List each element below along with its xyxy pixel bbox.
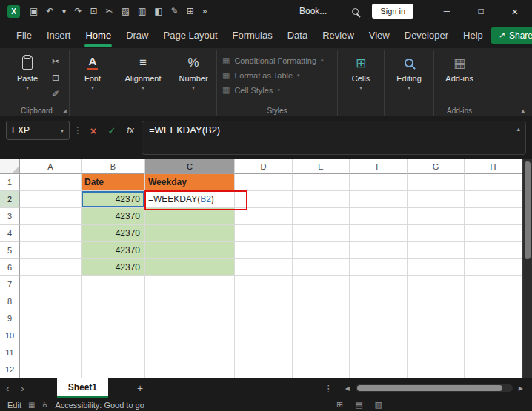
cell-g8[interactable] — [408, 293, 465, 310]
cell-g9[interactable] — [408, 310, 465, 327]
cell-g2[interactable] — [408, 191, 465, 208]
collapse-formula-bar-button[interactable]: ▴ — [516, 125, 520, 133]
cell-a1[interactable] — [20, 174, 82, 191]
cell-c3[interactable] — [145, 208, 235, 225]
copy-button[interactable]: ⊡ — [47, 71, 64, 84]
cell-b4[interactable]: 42370 — [82, 225, 145, 242]
cell-f2[interactable] — [350, 191, 408, 208]
cell-c2[interactable]: =WEEKDAY(B2) — [145, 191, 235, 208]
cell-g11[interactable] — [408, 344, 465, 361]
clipboard-dialog-launcher[interactable]: ◢ — [63, 108, 67, 114]
menu-tab-view[interactable]: View — [362, 22, 397, 48]
row-header-12[interactable]: 12 — [0, 361, 20, 378]
cell-b9[interactable] — [82, 310, 145, 327]
column-header-g[interactable]: G — [408, 159, 465, 174]
share-button[interactable]: ↗ Share ▾ — [491, 27, 532, 44]
cell-f5[interactable] — [350, 242, 408, 259]
cell-a5[interactable] — [20, 242, 82, 259]
cell-a11[interactable] — [20, 344, 82, 361]
normal-view-icon[interactable]: ⊞ — [336, 400, 343, 410]
alignment-button[interactable]: ≡ Alignment ▾ — [122, 52, 164, 91]
cell-b12[interactable] — [82, 361, 145, 378]
cell-e1[interactable] — [293, 174, 350, 191]
column-header-f[interactable]: F — [350, 159, 408, 174]
row-header-10[interactable]: 10 — [0, 327, 20, 344]
cell-g4[interactable] — [408, 225, 465, 242]
insert-function-button[interactable]: fx — [123, 121, 138, 140]
cell-e5[interactable] — [293, 242, 350, 259]
cell-f4[interactable] — [350, 225, 408, 242]
styles-item-conditional-formatting[interactable]: ▦Conditional Formatting▾ — [222, 56, 332, 65]
column-header-e[interactable]: E — [293, 159, 350, 174]
sheet-tab-sheet1[interactable]: Sheet1 — [57, 378, 108, 398]
copy-icon[interactable]: ⊡ — [90, 7, 98, 16]
cell-h3[interactable] — [465, 208, 522, 225]
cell-c10[interactable] — [145, 327, 235, 344]
cell-g5[interactable] — [408, 242, 465, 259]
name-box[interactable]: EXP ▾ — [6, 121, 70, 140]
select-all-corner[interactable] — [0, 159, 20, 174]
cells-button[interactable]: ⊞ Cells ▾ — [343, 52, 379, 91]
cell-d6[interactable] — [235, 259, 293, 276]
cell-f3[interactable] — [350, 208, 408, 225]
fill-color-icon[interactable]: ◧ — [154, 7, 162, 16]
vertical-scrollbar[interactable] — [522, 159, 532, 378]
cell-c4[interactable] — [145, 225, 235, 242]
cell-h7[interactable] — [465, 276, 522, 293]
table-icon[interactable]: ⊞ — [187, 7, 194, 16]
format-painter-button[interactable]: ✐ — [47, 87, 64, 100]
cell-d2[interactable] — [235, 191, 293, 208]
menu-tab-draw[interactable]: Draw — [119, 22, 156, 48]
cell-g6[interactable] — [408, 259, 465, 276]
next-sheet-button[interactable]: › — [15, 378, 30, 398]
cell-e3[interactable] — [293, 208, 350, 225]
scroll-right-button[interactable]: ▶ — [513, 385, 529, 392]
pen-icon[interactable]: ✎ — [171, 7, 179, 16]
cell-b10[interactable] — [82, 327, 145, 344]
cell-f11[interactable] — [350, 344, 408, 361]
menu-tab-file[interactable]: File — [9, 22, 39, 48]
accessibility-status[interactable]: Accessibility: Good to go — [55, 401, 144, 410]
cell-a10[interactable] — [20, 327, 82, 344]
number-button[interactable]: % Number ▾ — [176, 52, 211, 91]
row-header-5[interactable]: 5 — [0, 242, 20, 259]
cell-c9[interactable] — [145, 310, 235, 327]
page-break-view-icon[interactable]: ▥ — [375, 400, 382, 410]
cell-g7[interactable] — [408, 276, 465, 293]
cell-h8[interactable] — [465, 293, 522, 310]
cell-h2[interactable] — [465, 191, 522, 208]
cell-h11[interactable] — [465, 344, 522, 361]
cell-a9[interactable] — [20, 310, 82, 327]
cell-d12[interactable] — [235, 361, 293, 378]
cell-h1[interactable] — [465, 174, 522, 191]
enter-button[interactable]: ✓ — [104, 121, 119, 140]
row-header-1[interactable]: 1 — [0, 174, 20, 191]
column-header-a[interactable]: A — [20, 159, 82, 174]
cell-a2[interactable] — [20, 191, 82, 208]
scroll-left-button[interactable]: ◀ — [339, 385, 356, 392]
cell-b3[interactable]: 42370 — [82, 208, 145, 225]
font-button[interactable]: A Font ▾ — [75, 52, 110, 91]
cell-g12[interactable] — [408, 361, 465, 378]
cell-c7[interactable] — [145, 276, 235, 293]
cut-icon[interactable]: ✂ — [106, 7, 113, 16]
redo-icon[interactable]: ↷ — [74, 7, 82, 16]
cell-c6[interactable] — [145, 259, 235, 276]
vertical-scrollbar-thumb[interactable] — [525, 161, 531, 259]
menu-tab-developer[interactable]: Developer — [397, 22, 456, 48]
cell-a6[interactable] — [20, 259, 82, 276]
menu-tab-help[interactable]: Help — [456, 22, 491, 48]
cell-e8[interactable] — [293, 293, 350, 310]
cell-f1[interactable] — [350, 174, 408, 191]
cell-f10[interactable] — [350, 327, 408, 344]
cell-e2[interactable] — [293, 191, 350, 208]
menu-tab-formulas[interactable]: Formulas — [225, 22, 280, 48]
cell-f6[interactable] — [350, 259, 408, 276]
column-header-d[interactable]: D — [235, 159, 293, 174]
prev-sheet-button[interactable]: ‹ — [0, 378, 15, 398]
cell-e7[interactable] — [293, 276, 350, 293]
formula-input[interactable]: =WEEKDAY(B2) ▴ — [142, 121, 526, 155]
row-header-4[interactable]: 4 — [0, 225, 20, 242]
styles-item-cell-styles[interactable]: ▦Cell Styles▾ — [222, 85, 332, 95]
cell-d8[interactable] — [235, 293, 293, 310]
